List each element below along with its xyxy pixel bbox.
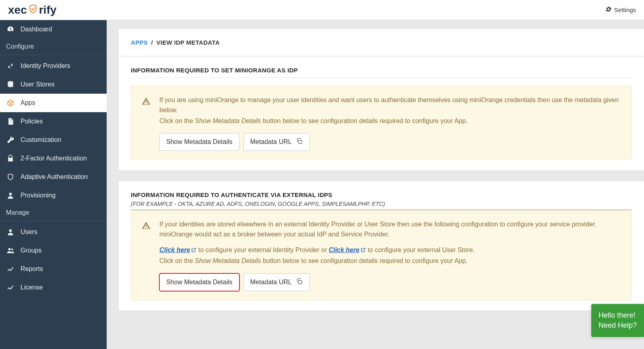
section-title: INFORMATION REQUIRED TO SET MINIORANGE A… [131, 67, 632, 74]
sidebar-section-configure: Configure [0, 39, 107, 55]
section-external-card: INFORMATION REQUIRED TO AUTHENTICATE VIA… [119, 181, 644, 310]
breadcrumb-card: APPS / VIEW IDP METADATA [119, 29, 644, 56]
button-row: Show Metadata Details Metadata URL [159, 273, 621, 291]
button-label: Metadata URL [250, 279, 292, 286]
svg-rect-6 [298, 280, 301, 283]
database-icon [6, 80, 15, 89]
breadcrumb-sep: / [151, 39, 153, 46]
main-content: APPS / VIEW IDP METADATA INFORMATION REQ… [107, 20, 644, 349]
sidebar-item-label: License [21, 284, 43, 291]
copy-icon [292, 138, 303, 146]
show-metadata-button[interactable]: Show Metadata Details [159, 273, 239, 291]
copy-icon [292, 278, 303, 287]
breadcrumb: APPS / VIEW IDP METADATA [131, 39, 632, 46]
logo-text-pre: xec [8, 4, 27, 16]
sidebar-item-identity-providers[interactable]: Identity Providers [0, 57, 107, 75]
section-subtitle: (FOR EXAMPLE - OKTA, AZURE AD, ADFS, ONE… [131, 201, 632, 207]
shield-icon [28, 4, 38, 16]
sidebar-item-label: Reports [21, 265, 43, 273]
breadcrumb-root[interactable]: APPS [131, 39, 148, 46]
svg-point-3 [8, 248, 11, 250]
alert-text: Click here to configure your external Id… [159, 245, 621, 255]
show-metadata-button[interactable]: Show Metadata Details [159, 133, 239, 151]
sidebar-item-2fa[interactable]: 2-Factor Authentication [0, 149, 107, 168]
sidebar-item-dashboard[interactable]: Dashboard [0, 20, 107, 39]
sidebar-item-license[interactable]: License [0, 278, 107, 297]
metadata-url-button[interactable]: Metadata URL [244, 273, 310, 291]
button-label: Metadata URL [250, 138, 292, 146]
sidebar-item-label: Apps [21, 99, 35, 107]
chart-icon [6, 265, 15, 273]
divider [131, 78, 632, 78]
alert-text: Click on the Show Metadata Details butto… [159, 116, 621, 126]
sidebar-item-label: Dashboard [21, 26, 52, 33]
sidebar-item-label: Policies [21, 118, 43, 125]
alert-text: If you are using miniOrange to manage yo… [159, 95, 621, 115]
metadata-url-button[interactable]: Metadata URL [244, 133, 310, 151]
sidebar-item-user-stores[interactable]: User Stores [0, 75, 107, 94]
sidebar-item-label: Provisioning [21, 192, 56, 199]
button-row: Show Metadata Details Metadata URL [159, 133, 621, 151]
help-widget[interactable]: Hello there! Need Help? [591, 304, 644, 337]
warning-icon [142, 221, 151, 232]
help-line: Hello there! [599, 310, 637, 320]
alert-body: If you are using miniOrange to manage yo… [159, 95, 621, 151]
svg-point-1 [9, 193, 12, 195]
sidebar-item-label: Groups [21, 247, 41, 254]
settings-label: Settings [614, 6, 636, 13]
warning-icon [142, 97, 151, 107]
chart-icon [6, 283, 15, 292]
sidebar: Dashboard Configure Identity Providers U… [0, 20, 107, 349]
sidebar-item-groups[interactable]: Groups [0, 241, 107, 260]
box-icon [6, 99, 15, 107]
sidebar-item-users[interactable]: Users [0, 223, 107, 241]
user-icon [6, 228, 15, 236]
configure-idp-link[interactable]: Click here [159, 246, 196, 253]
wrench-icon [6, 135, 15, 144]
help-line: Need Help? [599, 320, 637, 331]
sidebar-item-label: Users [21, 228, 37, 236]
sidebar-item-provisioning[interactable]: Provisioning [0, 186, 107, 205]
dashboard-icon [6, 25, 15, 34]
lock-icon [6, 154, 15, 163]
sidebar-item-reports[interactable]: Reports [0, 260, 107, 278]
svg-rect-5 [298, 140, 301, 144]
alert-text: If your identities are stored elsewhere … [159, 220, 621, 240]
topbar: xec rify Settings [0, 0, 644, 20]
sidebar-section-manage: Manage [0, 205, 107, 221]
alert-body: If your identities are stored elsewhere … [159, 220, 621, 291]
document-icon [6, 117, 15, 126]
svg-point-2 [9, 229, 12, 232]
logo-text-post: rify [39, 4, 57, 16]
section-title: INFORMATION REQUIRED TO AUTHENTICATE VIA… [131, 191, 632, 198]
svg-point-4 [11, 248, 13, 250]
sidebar-item-apps[interactable]: Apps [0, 94, 107, 112]
configure-userstore-link[interactable]: Click here [329, 246, 366, 253]
alert-warning: If you are using miniOrange to manage yo… [131, 86, 632, 160]
sidebar-item-label: Adaptive Authentication [21, 173, 88, 181]
user-icon [6, 191, 15, 200]
breadcrumb-current: VIEW IDP METADATA [156, 39, 219, 46]
settings-link[interactable]: Settings [605, 6, 636, 14]
group-icon [6, 246, 15, 255]
shield-outline-icon [6, 172, 15, 181]
sidebar-item-policies[interactable]: Policies [0, 112, 107, 131]
sidebar-item-label: Customization [21, 136, 61, 144]
alert-warning: If your identities are stored elsewhere … [131, 210, 632, 300]
gear-icon [605, 6, 614, 14]
swap-icon [6, 62, 15, 70]
sidebar-item-customization[interactable]: Customization [0, 131, 107, 149]
sidebar-item-adaptive-auth[interactable]: Adaptive Authentication [0, 168, 107, 186]
sidebar-item-label: Identity Providers [21, 62, 70, 70]
section-idp-card: INFORMATION REQUIRED TO SET MINIORANGE A… [119, 57, 644, 170]
sidebar-item-label: 2-Factor Authentication [21, 155, 87, 162]
sidebar-item-label: User Stores [21, 81, 54, 88]
alert-text: Click on the Show Metadata Details butto… [159, 256, 621, 266]
logo: xec rify [8, 4, 56, 16]
